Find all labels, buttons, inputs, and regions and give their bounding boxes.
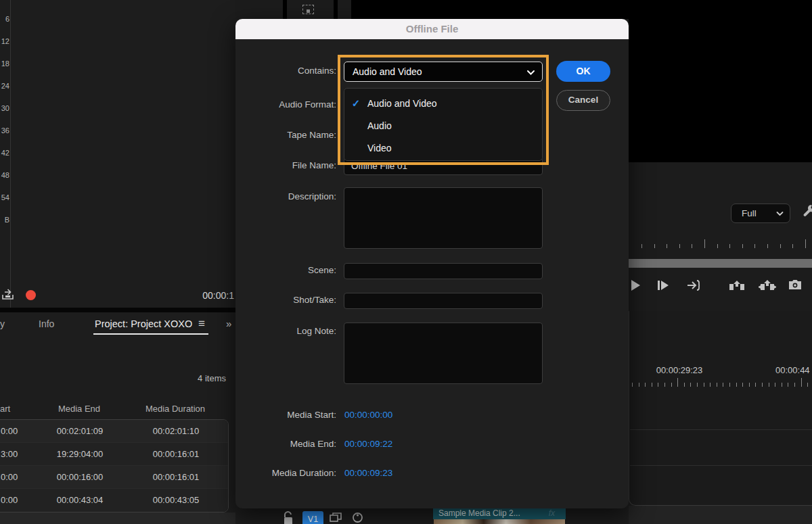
ruler-tick: [658, 383, 658, 387]
table-cell: 00:00:43:04: [49, 495, 110, 505]
ruler-tick: [801, 378, 802, 387]
extract-icon[interactable]: [759, 279, 776, 292]
menu-option-video[interactable]: Video: [344, 137, 542, 159]
insert-icon[interactable]: [687, 279, 700, 291]
ruler-tick: [736, 383, 737, 387]
ruler-tick: [788, 383, 788, 387]
more-tabs-chevron-icon[interactable]: »: [226, 318, 230, 329]
scene-input[interactable]: [344, 263, 543, 279]
audio-format-label: Audio Format:: [239, 98, 336, 112]
monitor-mini-ruler[interactable]: [641, 238, 812, 248]
table-cell: 00:00:43:05: [139, 495, 212, 505]
meter-scale-number: 36: [0, 126, 9, 135]
timeline-clip[interactable]: Sample Media Clip 2... fx: [433, 507, 566, 519]
track-keyframes-icon[interactable]: [352, 512, 363, 523]
program-monitor-controls: Full: [629, 162, 812, 311]
ruler-tick: [769, 383, 769, 387]
track-lock-icon[interactable]: [283, 511, 294, 524]
ruler-tick: [749, 383, 750, 387]
ruler-tick: [667, 244, 667, 248]
zoom-level-select[interactable]: Full: [731, 204, 790, 223]
media-duration-label: Media Duration:: [239, 467, 336, 480]
table-row[interactable]: 0:0000:02:01:0900:02:01:10: [0, 420, 228, 443]
meter-scale-number: 30: [0, 104, 9, 112]
active-tab-underline: [93, 333, 208, 335]
menu-option-audio[interactable]: Audio: [344, 114, 542, 137]
export-icon[interactable]: [2, 289, 14, 300]
table-cell: 0:00: [1, 426, 24, 436]
ruler-tick: [641, 244, 642, 248]
dialog-header[interactable]: Offline File: [235, 19, 629, 39]
log-note-textarea[interactable]: [344, 323, 543, 384]
ruler-tick: [704, 383, 704, 387]
column-header-media-start[interactable]: art: [0, 404, 10, 414]
export-frame-camera-icon[interactable]: [788, 279, 802, 290]
cancel-button[interactable]: Cancel: [556, 90, 610, 111]
log-note-label: Log Note:: [239, 325, 336, 338]
table-row[interactable]: 0:0000:00:43:0400:00:43:05: [0, 489, 228, 512]
tab-info[interactable]: Info: [39, 318, 54, 329]
monitor-zoom-scrollbar[interactable]: [629, 259, 812, 268]
ruler-tick: [723, 383, 723, 387]
record-indicator-icon[interactable]: [26, 290, 36, 300]
safe-margins-icon[interactable]: [302, 5, 314, 14]
meter-scale-number: 42: [0, 149, 9, 157]
menu-option-label: Audio and Video: [367, 98, 437, 109]
menu-option-audio-and-video[interactable]: ✓Audio and Video: [344, 92, 542, 114]
timeline-track-header-strip: V1 Sample Media Clip 2... fx: [235, 508, 629, 524]
media-start-label: Media Start:: [239, 408, 336, 422]
ruler-tick: [762, 383, 763, 387]
ruler-tick: [684, 383, 685, 387]
table-row[interactable]: 3:0019:29:04:0000:00:16:01: [0, 443, 228, 466]
ruler-tick: [742, 244, 743, 248]
audio-meter-scale: 61218243036424854B: [0, 0, 11, 308]
table-cell: 19:29:04:00: [49, 449, 110, 459]
items-count: 4 items: [162, 373, 226, 383]
track-divider: [630, 429, 812, 430]
description-textarea[interactable]: [344, 187, 543, 249]
ruler-tick: [690, 383, 691, 387]
zoom-level-value: Full: [742, 208, 757, 218]
timeline-footer: [629, 506, 812, 524]
sync-lock-icon[interactable]: [330, 512, 342, 524]
ruler-tick: [729, 383, 730, 387]
source-timecode: 00:00:1: [187, 290, 234, 301]
meter-scale-number: 48: [0, 171, 9, 179]
description-label: Description:: [239, 190, 336, 204]
column-header-media-end[interactable]: Media End: [49, 404, 110, 414]
lift-icon[interactable]: [729, 279, 745, 292]
table-cell: 00:02:01:10: [139, 426, 212, 436]
column-header-media-duration[interactable]: Media Duration: [139, 404, 212, 414]
timeline-ruler-label: 00:00:29:23: [642, 365, 717, 375]
menu-option-label: Video: [367, 143, 392, 153]
tape-name-label: Tape Name:: [239, 128, 336, 142]
contains-select[interactable]: Audio and Video: [344, 62, 543, 82]
ruler-tick: [754, 244, 755, 248]
tab-fragment[interactable]: y: [0, 318, 5, 329]
ruler-tick: [679, 244, 680, 248]
panel-divider: [0, 308, 235, 312]
timeline-panel: 00:00:29:23 00:00:44: [629, 311, 812, 506]
panel-menu-icon[interactable]: ≡: [198, 317, 205, 331]
media-start-value: 00:00:00:00: [344, 410, 392, 420]
settings-wrench-icon[interactable]: [802, 203, 812, 218]
shot-take-input[interactable]: [344, 293, 543, 309]
step-forward-icon[interactable]: [657, 279, 669, 291]
clip-list: 0:0000:02:01:0900:02:01:103:0019:29:04:0…: [0, 419, 229, 513]
ok-button[interactable]: OK: [556, 61, 610, 82]
tab-project[interactable]: Project: Project XOXO: [95, 318, 192, 329]
table-row[interactable]: 0:0000:00:16:0000:00:16:01: [0, 466, 228, 489]
ruler-tick: [639, 383, 639, 387]
timeline-ruler[interactable]: [632, 377, 812, 387]
program-video-area: [629, 0, 812, 162]
ruler-tick: [645, 383, 646, 387]
offline-file-dialog: Offline File Contains: Audio Format: Tap…: [235, 19, 629, 508]
shot-take-label: Shot/Take:: [239, 293, 336, 307]
track-v1-button[interactable]: V1: [302, 511, 323, 524]
ruler-tick: [697, 383, 698, 387]
play-icon[interactable]: [630, 279, 641, 291]
meter-scale-number: B: [0, 216, 9, 224]
meter-scale-number: 6: [0, 15, 9, 23]
dialog-title: Offline File: [235, 19, 629, 39]
panel-footer: [0, 513, 235, 524]
